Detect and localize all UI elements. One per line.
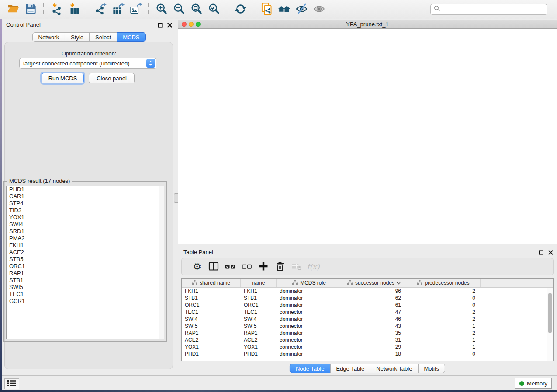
import-network-button[interactable] <box>48 2 66 17</box>
show-all-button[interactable] <box>310 2 328 17</box>
mcds-result-item[interactable]: SRD1 <box>7 228 164 235</box>
tab-style[interactable]: Style <box>65 32 90 42</box>
export-network-button[interactable] <box>92 2 109 17</box>
task-history-button[interactable] <box>4 378 19 389</box>
column-label: MCDS role <box>300 280 326 286</box>
add-column-button[interactable] <box>255 259 272 274</box>
hide-selected-button[interactable] <box>293 2 310 17</box>
delete-column-icon <box>274 261 286 273</box>
column-header-successor-nodes[interactable]: successor nodes <box>342 279 406 287</box>
open-file-icon <box>7 3 20 17</box>
mcds-result-item[interactable]: CAR1 <box>7 193 164 200</box>
mcds-result-item[interactable]: TID3 <box>7 207 164 214</box>
mcds-result-item[interactable]: SWI4 <box>7 221 164 228</box>
clone-network-button[interactable] <box>258 2 275 17</box>
save-session-icon <box>24 3 37 17</box>
mcds-result-item[interactable]: ORC1 <box>7 263 164 270</box>
table-row[interactable]: PHD1PHD1dominator180 <box>182 351 553 358</box>
split-view-button[interactable] <box>205 259 222 274</box>
memory-button[interactable]: Memory <box>515 378 552 389</box>
table-row[interactable]: TEC1TEC1connector472 <box>182 309 553 316</box>
toolbar-separator <box>253 3 254 16</box>
select-all-button[interactable] <box>222 259 239 274</box>
zoom-in-icon <box>156 3 168 17</box>
mcds-result-item[interactable]: STB5 <box>7 256 164 263</box>
table-row[interactable]: FKH1FKH1dominator962 <box>182 288 553 295</box>
first-neighbors-button[interactable] <box>275 2 293 17</box>
table-row[interactable]: SWI5SWI5connector431 <box>182 323 553 330</box>
import-table-button[interactable] <box>66 2 83 17</box>
cell-name: YOX1 <box>241 344 277 350</box>
zoom-out-button[interactable] <box>170 2 188 17</box>
table-row[interactable]: ACE2ACE2connector311 <box>182 337 553 344</box>
table-row[interactable]: RAP1RAP1dominator352 <box>182 330 553 337</box>
mcds-result-item[interactable]: STP4 <box>7 200 164 207</box>
close-panel-button[interactable]: Close panel <box>89 73 135 83</box>
column-header-name[interactable]: name <box>241 279 277 287</box>
tab-node-table[interactable]: Node Table <box>290 364 331 373</box>
refresh-view-button[interactable] <box>232 2 249 17</box>
table-row[interactable]: ORC1ORC1dominator610 <box>182 302 553 309</box>
mcds-result-item[interactable]: PHD1 <box>7 186 164 193</box>
search-input[interactable] <box>440 5 547 14</box>
column-header-predecessor-nodes[interactable]: predecessor nodes <box>406 279 481 287</box>
cell-predecessor-nodes: 0 <box>406 351 481 357</box>
column-header-shared-name[interactable]: shared name <box>182 279 241 287</box>
table-row[interactable]: SWI4SWI4dominator462 <box>182 316 553 323</box>
mcds-result-item[interactable]: STB1 <box>7 277 164 284</box>
run-mcds-button[interactable]: Run MCDS <box>42 73 84 83</box>
tab-motifs[interactable]: Motifs <box>418 364 445 373</box>
tab-network[interactable]: Network <box>32 32 65 42</box>
cell-name: SWI5 <box>241 323 277 329</box>
mcds-result-list[interactable]: PHD1CAR1STP4TID3YOX1SWI4SRD1PMA2FKH1ACE2… <box>6 186 164 339</box>
mcds-list-scrollbar[interactable] <box>159 186 164 339</box>
refresh-view-icon <box>234 3 247 17</box>
export-image-button[interactable] <box>127 2 144 17</box>
search-icon <box>434 5 440 14</box>
cell-successor-nodes: 43 <box>342 323 406 329</box>
network-window-titlebar: YPA_prune.txt_1 <box>178 20 557 29</box>
export-table-button[interactable] <box>109 2 127 17</box>
close-table-panel-icon[interactable] <box>547 249 554 255</box>
mcds-result-item[interactable]: RAP1 <box>7 270 164 277</box>
tab-edge-table[interactable]: Edge Table <box>330 364 370 373</box>
optimization-criterion-label: Optimization criterion: <box>2 50 176 57</box>
control-panel-titlebar: Control Panel <box>2 19 176 30</box>
cell-predecessor-nodes: 1 <box>406 323 481 329</box>
close-panel-icon[interactable] <box>166 22 173 28</box>
delete-column-button[interactable] <box>272 259 288 274</box>
control-panel-tabs: NetworkStyleSelectMCDS <box>32 32 145 42</box>
float-panel-icon[interactable] <box>157 22 163 28</box>
tab-mcds[interactable]: MCDS <box>117 32 145 42</box>
table-options-button[interactable]: ⚙ <box>189 259 205 274</box>
mcds-result-item[interactable]: FKH1 <box>7 242 164 249</box>
deselect-all-button[interactable] <box>239 259 255 274</box>
save-session-button[interactable] <box>22 2 39 17</box>
tab-network-table[interactable]: Network Table <box>370 364 418 373</box>
mcds-result-item[interactable]: TEC1 <box>7 291 164 298</box>
network-canvas[interactable] <box>178 28 557 244</box>
optimization-criterion-select[interactable]: largest connected component (undirected) <box>19 58 156 69</box>
zoom-in-button[interactable] <box>153 2 170 17</box>
mcds-result-item[interactable]: PMA2 <box>7 235 164 242</box>
delete-table-icon <box>291 261 302 273</box>
float-table-panel-icon[interactable] <box>538 249 544 255</box>
mcds-result-item[interactable]: ACE2 <box>7 249 164 256</box>
cell-successor-nodes: 18 <box>342 351 406 357</box>
zoom-selected-button[interactable] <box>205 2 223 17</box>
hide-selected-icon <box>295 3 308 17</box>
cell-MCDS-role: dominator <box>277 295 342 301</box>
table-row[interactable]: STB1STB1dominator620 <box>182 295 553 302</box>
tab-select[interactable]: Select <box>89 32 117 42</box>
memory-status-dot <box>519 381 524 386</box>
column-header-MCDS-role[interactable]: MCDS role <box>277 279 342 287</box>
mcds-result-item[interactable]: GCR1 <box>7 298 164 305</box>
split-view-icon <box>208 261 219 273</box>
table-row[interactable]: YOX1YOX1connector291 <box>182 344 553 351</box>
open-file-button[interactable] <box>4 2 22 17</box>
search-box[interactable] <box>430 4 547 15</box>
zoom-fit-button[interactable] <box>188 2 205 17</box>
mcds-result-item[interactable]: YOX1 <box>7 214 164 221</box>
table-scrollbar-thumb[interactable] <box>548 293 552 333</box>
mcds-result-item[interactable]: SWI5 <box>7 284 164 291</box>
